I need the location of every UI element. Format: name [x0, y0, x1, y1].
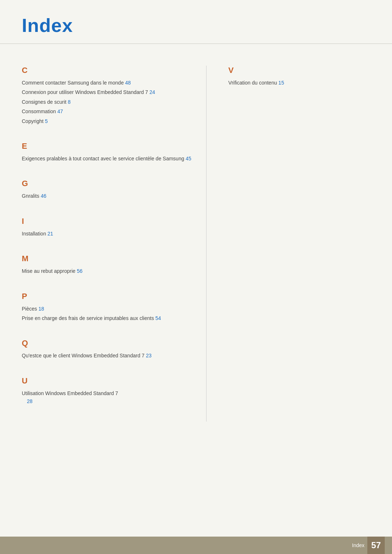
right-column: V Vrification du contenu 15	[207, 66, 370, 422]
list-item: Qu'estce que le client Windows Embedded …	[22, 352, 192, 360]
footer-bar: Index 57	[0, 537, 392, 554]
index-section-m: M Mise au rebut approprie 56	[22, 254, 192, 275]
section-letter-g: G	[22, 179, 192, 188]
section-letter-e: E	[22, 141, 192, 151]
index-section-q: Q Qu'estce que le client Windows Embedde…	[22, 338, 192, 360]
index-section-g: G Gnralits 46	[22, 179, 192, 200]
list-item: Utilisation Windows Embedded Standard 7 …	[22, 389, 192, 406]
section-letter-p: P	[22, 292, 192, 301]
section-letter-m: M	[22, 254, 192, 263]
list-item: Vrification du contenu 15	[228, 79, 370, 87]
footer-index-label: Index	[352, 542, 364, 548]
page-title: Index	[22, 15, 370, 36]
list-item: Gnralits 46	[22, 192, 192, 200]
section-letter-v: V	[228, 66, 370, 75]
list-item: Installation 21	[22, 230, 192, 238]
list-item: Comment contacter Samsung dans le monde …	[22, 79, 192, 87]
index-section-p: P Pièces 18 Prise en charge des frais de…	[22, 292, 192, 323]
list-item: Consignes de scurit 8	[22, 98, 192, 106]
index-section-v: V Vrification du contenu 15	[228, 66, 370, 87]
footer-page-number: 57	[367, 537, 385, 554]
list-item: Prise en charge des frais de service imp…	[22, 314, 192, 322]
section-letter-c: C	[22, 66, 192, 75]
content-area: C Comment contacter Samsung dans le mond…	[0, 44, 392, 443]
list-item: Connexion pour utiliser Windows Embedded…	[22, 88, 192, 96]
section-letter-i: I	[22, 217, 192, 226]
header-section: Index	[0, 0, 392, 44]
list-item: Exigences pralables à tout contact avec …	[22, 155, 192, 163]
list-item: Mise au rebut approprie 56	[22, 267, 192, 275]
footer-content: Index 57	[352, 537, 385, 554]
index-section-i: I Installation 21	[22, 217, 192, 238]
index-section-e: E Exigences pralables à tout contact ave…	[22, 141, 192, 163]
list-item: Copyright 5	[22, 117, 192, 125]
section-letter-u: U	[22, 376, 192, 386]
list-item: Consommation 47	[22, 107, 192, 115]
index-section-c: C Comment contacter Samsung dans le mond…	[22, 66, 192, 125]
index-section-u: U Utilisation Windows Embedded Standard …	[22, 376, 192, 406]
left-column: C Comment contacter Samsung dans le mond…	[22, 66, 207, 422]
section-letter-q: Q	[22, 338, 192, 348]
list-item: Pièces 18	[22, 305, 192, 313]
page-container: Index C Comment contacter Samsung dans l…	[0, 0, 392, 554]
